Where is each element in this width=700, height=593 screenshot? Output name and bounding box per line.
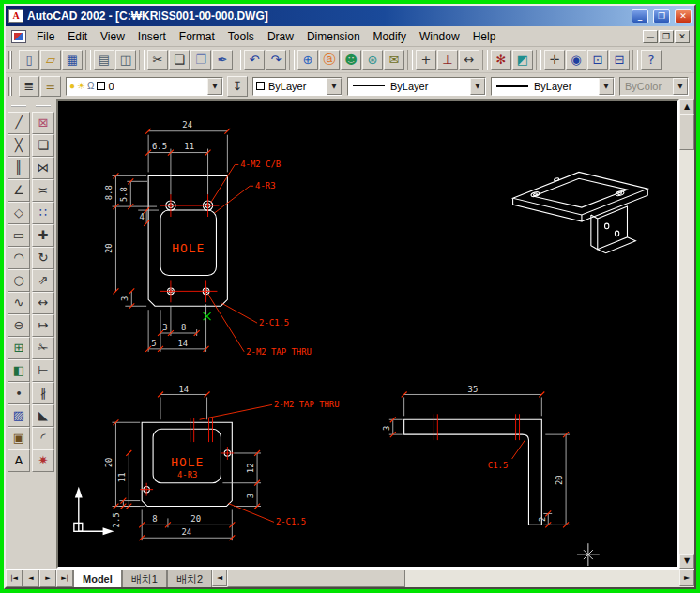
child-close-button[interactable]: ✕	[675, 30, 690, 43]
make-layer-current-icon[interactable]: ↧	[227, 76, 248, 97]
print-preview-icon[interactable]: ◫	[115, 50, 136, 70]
linetype-combo-arrow[interactable]: ▼	[470, 78, 485, 95]
layer-on-icon[interactable]: ●	[69, 78, 75, 95]
menu-view[interactable]: View	[94, 27, 131, 46]
copy-icon[interactable]: ❏	[169, 50, 190, 70]
toolbar-grip[interactable]	[8, 51, 15, 69]
linetype-combo[interactable]: ByLayer ▼	[347, 77, 486, 96]
color-combo[interactable]: ByLayer ▼	[252, 77, 342, 96]
menu-window[interactable]: Window	[413, 27, 466, 46]
arc-icon[interactable]: ◠	[8, 247, 30, 269]
child-minimize-button[interactable]: —	[643, 30, 658, 43]
meet-now-icon[interactable]: ☻	[341, 50, 361, 70]
circle-icon[interactable]: ○	[8, 269, 30, 292]
close-button[interactable]: ✕	[675, 9, 692, 23]
vertical-scroll-track[interactable]	[679, 150, 694, 554]
extend-icon[interactable]: ⊢	[32, 359, 54, 382]
menu-draw[interactable]: Draw	[261, 27, 300, 46]
help-icon[interactable]: ?	[641, 50, 662, 70]
scale-icon[interactable]: ⇗	[32, 269, 54, 292]
paste-icon[interactable]: ❐	[190, 50, 211, 70]
minimize-button[interactable]: _	[632, 9, 648, 23]
toolbar-grip[interactable]	[36, 105, 51, 110]
toolbar-grip[interactable]	[11, 105, 26, 110]
distance-icon[interactable]: ↔	[459, 50, 479, 70]
menu-edit[interactable]: Edit	[61, 27, 94, 46]
array-icon[interactable]: ∷	[32, 202, 54, 224]
point-a-icon[interactable]: ⓐ	[319, 50, 340, 70]
trim-icon[interactable]: ✁	[32, 337, 54, 359]
copy-object-icon[interactable]: ❏	[32, 134, 54, 157]
mtext-icon[interactable]: A	[8, 449, 30, 472]
polygon-icon[interactable]: ◇	[8, 202, 30, 224]
layer-combo-arrow[interactable]: ▼	[207, 78, 222, 95]
etransmit-icon[interactable]: ✉	[384, 50, 404, 70]
tab-layout2[interactable]: 배치2	[167, 570, 212, 587]
toolbar-grip[interactable]	[8, 77, 15, 96]
layer-states-icon[interactable]: ≡	[40, 76, 61, 97]
color-combo-arrow[interactable]: ▼	[327, 78, 342, 95]
scroll-up-button[interactable]: ▲	[679, 99, 694, 114]
redraw-icon[interactable]: ✻	[491, 50, 511, 70]
tab-previous-button[interactable]: ◄	[23, 570, 39, 587]
move-icon[interactable]: ✚	[32, 224, 54, 247]
polyline-icon[interactable]: ∠	[8, 179, 30, 202]
horizontal-scroll-track[interactable]	[405, 570, 679, 587]
undo-icon[interactable]: ↶	[244, 50, 265, 70]
vertical-scrollbar[interactable]: ▲ ▼	[679, 99, 694, 569]
today-icon[interactable]: ⊕	[297, 50, 318, 70]
scroll-down-button[interactable]: ▼	[679, 554, 694, 569]
layers-icon[interactable]: ≣	[19, 76, 39, 97]
hatch-icon[interactable]: ▨	[8, 404, 30, 427]
make-block-icon[interactable]: ◧	[8, 359, 30, 382]
lineweight-combo[interactable]: ByLayer ▼	[491, 77, 615, 96]
layer-thaw-icon[interactable]: ☀	[77, 78, 85, 95]
menu-insert[interactable]: Insert	[131, 27, 173, 46]
line-icon[interactable]: ╱	[8, 112, 30, 134]
child-restore-button[interactable]: ❐	[659, 30, 674, 43]
side-view[interactable]: 35 3 20 2 C1.5	[382, 384, 600, 566]
tracking-icon[interactable]: +	[416, 50, 436, 70]
print-icon[interactable]: ▤	[94, 50, 114, 70]
tab-model[interactable]: Model	[73, 570, 122, 587]
restore-button[interactable]: ❐	[653, 9, 670, 23]
region-icon[interactable]: ▣	[8, 427, 30, 449]
front-view[interactable]: 14 20 11 2.5 8 20 24 12 3 HOLE 4-R3 2-M2…	[104, 384, 339, 540]
isometric-view[interactable]	[513, 172, 648, 252]
tab-first-button[interactable]: |◄	[6, 570, 23, 587]
menu-dimension[interactable]: Dimension	[300, 27, 367, 46]
title-bar[interactable]: A AutoCAD 2002 - [C:₩KRISS001-00-000.DWG…	[6, 6, 694, 26]
menu-tools[interactable]: Tools	[221, 27, 261, 46]
cut-icon[interactable]: ✂	[147, 50, 168, 70]
lineweight-combo-arrow[interactable]: ▼	[599, 78, 614, 95]
aerial-view-icon[interactable]: ◩	[512, 50, 533, 70]
mirror-icon[interactable]: ⋈	[32, 157, 54, 179]
cad-canvas[interactable]: 24 6.5 11 8.8 5.8 20 4 3 3 8 5 14 HOLE 4…	[58, 101, 677, 567]
chamfer-icon[interactable]: ◣	[32, 404, 54, 427]
menu-format[interactable]: Format	[173, 27, 221, 46]
match-properties-icon[interactable]: ✒	[212, 50, 233, 70]
pan-icon[interactable]: ✛	[544, 50, 565, 70]
explode-icon[interactable]: ✷	[32, 449, 54, 472]
menu-help[interactable]: Help	[466, 27, 503, 46]
tab-layout1[interactable]: 배치1	[122, 570, 167, 587]
rotate-icon[interactable]: ↻	[32, 247, 54, 269]
insert-block-icon[interactable]: ⊞	[8, 337, 30, 359]
tab-next-button[interactable]: ►	[39, 570, 56, 587]
layer-lock-icon[interactable]: Ω	[87, 78, 94, 95]
zoom-window-icon[interactable]: ⊡	[587, 50, 608, 70]
lengthen-icon[interactable]: ↦	[32, 314, 54, 337]
erase-icon[interactable]: ⊠	[32, 112, 54, 134]
rectangle-icon[interactable]: ▭	[8, 224, 30, 247]
point-icon[interactable]: ∙	[8, 382, 30, 404]
save-icon[interactable]: ▦	[62, 50, 83, 70]
redo-icon[interactable]: ↷	[266, 50, 286, 70]
vertical-scroll-thumb[interactable]	[679, 114, 694, 150]
ellipse-icon[interactable]: ⊖	[8, 314, 30, 337]
menu-modify[interactable]: Modify	[367, 27, 413, 46]
construction-line-icon[interactable]: ╳	[8, 134, 30, 157]
ucs-icon[interactable]: ⊥	[437, 50, 458, 70]
horizontal-scrollbar[interactable]: ◄ ►	[212, 570, 694, 587]
tab-last-button[interactable]: ►|	[56, 570, 73, 587]
publish-web-icon[interactable]: ⊛	[362, 50, 383, 70]
